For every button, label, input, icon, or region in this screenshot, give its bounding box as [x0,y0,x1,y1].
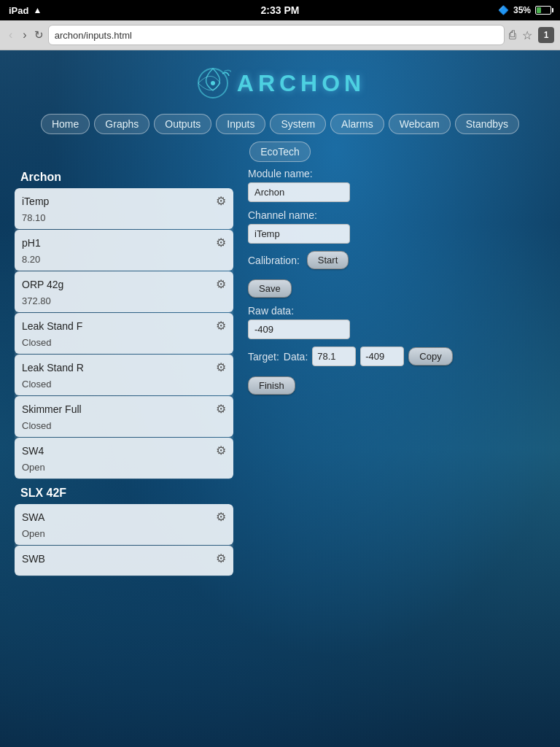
input-orp42g-name: ORP 42g [22,279,63,290]
nav-webcam[interactable]: Webcam [389,114,451,134]
input-swa-name: SWA [22,511,44,523]
input-skimmer-full[interactable]: Skimmer Full ⚙ Closed [15,396,233,437]
orp42g-gear-icon[interactable]: ⚙ [216,277,226,291]
nav-graphs[interactable]: Graphs [94,114,149,134]
input-sw4[interactable]: SW4 ⚙ Open [15,438,233,479]
main-content: ARCHON Home Graphs Outputs Inputs System… [0,50,560,588]
carrier-label: iPad [9,5,28,16]
target-data-row: Target: Data: Copy [248,347,545,366]
svg-point-1 [211,81,215,85]
nav-ecotech[interactable]: EcoTech [249,142,311,162]
copy-button[interactable]: Copy [408,347,452,365]
input-leak-stand-r[interactable]: Leak Stand R ⚙ Closed [15,355,233,395]
nav-alarms[interactable]: Alarms [330,114,384,134]
slx42f-group: SWA ⚙ Open SWB ⚙ [15,504,233,576]
input-leak-stand-r-name: Leak Stand R [22,362,84,374]
calibration-label: Calibration: [248,255,300,266]
input-itemp-value: 78.10 [15,211,233,229]
nav-standbys[interactable]: Standbys [455,114,519,134]
logo-icon [195,65,231,101]
address-text: archon/inputs.html [55,30,132,41]
calibration-row: Calibration: Start [248,251,545,269]
input-ph1[interactable]: pH1 ⚙ 8.20 [15,230,233,271]
start-button[interactable]: Start [307,251,349,269]
save-button[interactable]: Save [248,279,292,298]
channel-name-label: Channel name: [248,209,545,221]
module-name-label: Module name: [248,168,545,179]
raw-data-input[interactable] [248,320,350,339]
section-archon-title: Archon [15,168,233,188]
target-label: Target: [248,351,279,363]
right-column: Module name: Channel name: Calibration: … [248,168,545,395]
module-name-input[interactable] [248,182,350,202]
data-label: Data: [284,351,308,363]
raw-data-row: Raw data: [248,305,545,339]
status-bar: iPad ▲ 2:33 PM 🔷 35% [0,0,560,20]
bluetooth-icon: 🔷 [498,5,509,15]
refresh-button[interactable]: ↻ [34,28,44,42]
nav-bar: Home Graphs Outputs Inputs System Alarms… [0,108,560,140]
sw4-gear-icon[interactable]: ⚙ [216,444,226,457]
browser-chrome: ‹ › ↻ archon/inputs.html ⎙ ☆ 1 [0,20,560,50]
input-swb[interactable]: SWB ⚙ [15,546,233,576]
bookmark-button[interactable]: ☆ [522,28,532,42]
save-btn-row: Save [248,279,545,298]
input-ph1-name: pH1 [22,237,41,249]
input-orp42g[interactable]: ORP 42g ⚙ 372.80 [15,271,233,312]
channel-name-input[interactable] [248,224,350,244]
content-layout: Archon iTemp ⚙ 78.10 pH1 ⚙ 8.20 [0,168,560,581]
input-orp42g-value: 372.80 [15,294,233,312]
raw-data-label: Raw data: [248,305,545,317]
forward-button[interactable]: › [20,27,29,43]
input-leak-stand-r-value: Closed [15,377,233,395]
target-value-input[interactable] [312,347,356,366]
input-sw4-name: SW4 [22,445,44,457]
input-itemp[interactable]: iTemp ⚙ 78.10 [15,188,233,229]
input-skimmer-full-value: Closed [15,419,233,437]
nav-system[interactable]: System [270,114,326,134]
left-column: Archon iTemp ⚙ 78.10 pH1 ⚙ 8.20 [15,168,233,581]
leak-stand-r-gear-icon[interactable]: ⚙ [216,360,226,374]
battery-percent: 35% [513,5,531,15]
tab-count[interactable]: 1 [538,27,554,43]
battery-icon [535,6,551,15]
address-bar[interactable]: archon/inputs.html [48,25,505,45]
logo-text: ARCHON [237,70,365,97]
finish-btn-row: Finish [248,376,545,395]
input-itemp-name: iTemp [22,196,49,207]
input-swa-value: Open [15,527,233,545]
data-value-input[interactable] [360,347,404,366]
nav-bar-secondary: EcoTech [0,140,560,168]
input-swb-name: SWB [22,553,45,565]
nav-outputs[interactable]: Outputs [154,114,211,134]
time-label: 2:33 PM [261,4,300,16]
nav-home[interactable]: Home [41,114,90,134]
finish-button[interactable]: Finish [248,376,295,395]
swa-gear-icon[interactable]: ⚙ [216,510,226,524]
input-skimmer-full-name: Skimmer Full [22,403,82,415]
logo-area: ARCHON [0,58,560,108]
leak-stand-f-gear-icon[interactable]: ⚙ [216,319,226,333]
input-sw4-value: Open [15,460,233,479]
skimmer-full-gear-icon[interactable]: ⚙ [216,402,226,416]
input-swa[interactable]: SWA ⚙ Open [15,504,233,545]
ph1-gear-icon[interactable]: ⚙ [216,236,226,249]
nav-inputs[interactable]: Inputs [216,114,265,134]
input-leak-stand-f-name: Leak Stand F [22,320,82,332]
input-leak-stand-f-value: Closed [15,336,233,354]
archon-group: iTemp ⚙ 78.10 pH1 ⚙ 8.20 ORP 42g ⚙ [15,188,233,479]
swb-gear-icon[interactable]: ⚙ [216,551,226,565]
back-button[interactable]: ‹ [6,27,15,43]
input-swb-value [15,568,233,576]
section-slx42f-title: SLX 42F [15,484,233,504]
itemp-gear-icon[interactable]: ⚙ [216,194,226,208]
wifi-icon: ▲ [33,5,42,15]
input-ph1-value: 8.20 [15,252,233,271]
share-button[interactable]: ⎙ [509,28,516,42]
input-leak-stand-f[interactable]: Leak Stand F ⚙ Closed [15,313,233,354]
